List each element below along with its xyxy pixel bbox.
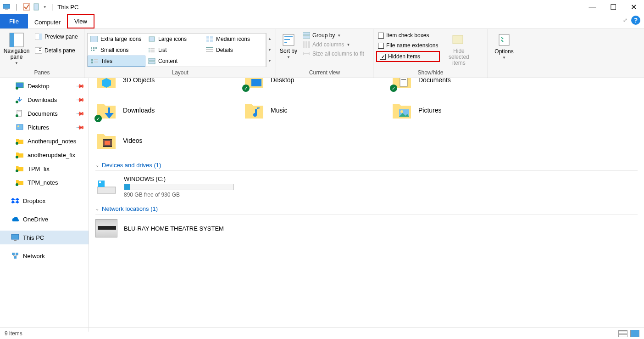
qat-dropdown[interactable]: ▼ — [43, 5, 47, 9]
sidebar-item-folder[interactable]: anotherupdate_fix — [0, 148, 89, 162]
size-columns-button[interactable]: Size all columns to fit — [301, 49, 366, 58]
help-icon[interactable]: ? — [631, 16, 640, 25]
sidebar-item-desktop[interactable]: Desktop📌 — [0, 79, 89, 93]
svg-rect-21 — [93, 50, 94, 51]
minimize-button[interactable]: — — [582, 0, 603, 14]
sidebar-item-folder[interactable]: Anotherupd_notes — [0, 134, 89, 148]
layout-up-button[interactable]: ▲ — [266, 33, 273, 44]
hide-selected-button[interactable]: Hide selected items — [443, 31, 475, 67]
bluray-device-icon — [95, 219, 117, 237]
preview-pane-button[interactable]: Preview pane — [33, 31, 80, 43]
network-tile-bluray[interactable]: BLU-RAY HOME THEATRE SYSTEM — [95, 219, 638, 237]
tile-label: BLU-RAY HOME THEATRE SYSTEM — [124, 225, 224, 232]
folder-icon — [16, 165, 24, 172]
layout-details[interactable]: Details — [203, 45, 261, 56]
svg-rect-24 — [149, 50, 150, 51]
sidebar-item-label: Dropbox — [23, 198, 45, 204]
svg-rect-47 — [499, 34, 509, 45]
svg-point-56 — [16, 142, 18, 145]
sidebar-item-this-pc[interactable]: This PC — [0, 231, 89, 244]
file-name-extensions-toggle[interactable]: File name extensions — [376, 41, 440, 50]
layout-small-icons[interactable]: Small icons — [88, 45, 145, 56]
svg-rect-12 — [149, 37, 155, 41]
preview-pane-icon — [35, 34, 42, 40]
sidebar-item-network[interactable]: Network — [0, 249, 89, 263]
svg-rect-9 — [39, 48, 41, 49]
properties-icon[interactable] — [33, 3, 40, 11]
dropbox-icon — [11, 197, 19, 204]
layout-tiles[interactable]: Tiles — [88, 56, 145, 67]
group-by-button[interactable]: Group by▼ — [301, 31, 366, 40]
sidebar-item-label: Documents — [28, 110, 58, 117]
layout-content[interactable]: Content — [145, 56, 203, 67]
tiles-view-toggle[interactable] — [630, 330, 639, 337]
sidebar-item-documents[interactable]: Documents📌 — [0, 107, 89, 120]
layout-label: Extra large icons — [100, 36, 141, 42]
svg-rect-42 — [303, 36, 310, 39]
checkbox-icon — [378, 33, 384, 39]
svg-point-55 — [17, 125, 19, 127]
folder-tile-downloads[interactable]: ✓ Downloads — [95, 96, 238, 124]
folder-tile-3d-objects[interactable]: 3D Objects — [95, 78, 238, 94]
folder-tile-videos[interactable]: Videos — [95, 127, 238, 154]
sidebar-item-folder[interactable]: TPM_notes — [0, 175, 89, 189]
options-button[interactable]: Options ▼ — [491, 31, 517, 60]
sort-by-icon — [281, 33, 296, 47]
svg-rect-40 — [284, 42, 287, 43]
details-pane-label: Details pane — [44, 47, 75, 54]
tab-computer[interactable]: Computer — [28, 16, 67, 28]
details-view-toggle[interactable] — [618, 330, 627, 337]
layout-extra-large-icons[interactable]: Extra large icons — [88, 34, 145, 45]
sidebar-item-label: This PC — [23, 234, 44, 241]
videos-folder-icon — [95, 130, 117, 152]
downloads-icon — [16, 96, 24, 103]
sync-badge-icon: ✓ — [390, 85, 397, 92]
svg-point-58 — [16, 170, 18, 172]
details-pane-button[interactable]: Details pane — [33, 45, 80, 56]
layout-more-button[interactable]: ▾ — [266, 55, 273, 66]
hide-selected-label: Hide selected items — [443, 48, 475, 67]
folder-tile-music[interactable]: Music — [243, 96, 385, 124]
maximize-button[interactable]: ☐ — [603, 0, 623, 14]
folder-icon — [16, 151, 24, 158]
layout-down-button[interactable]: ▼ — [266, 44, 273, 55]
drive-tile-c[interactable]: WINDOWS (C:) 890 GB free of 930 GB — [95, 175, 638, 198]
pin-icon: 📌 — [76, 95, 85, 105]
item-check-boxes-toggle[interactable]: Item check boxes — [376, 31, 440, 40]
close-button[interactable]: ✕ — [623, 0, 644, 14]
tab-file[interactable]: File — [0, 14, 28, 28]
svg-rect-20 — [91, 50, 92, 51]
size-columns-label: Size all columns to fit — [312, 51, 364, 57]
svg-rect-19 — [95, 47, 97, 49]
folder-tile-desktop[interactable]: ✓ Desktop — [243, 78, 385, 94]
sidebar-item-pictures[interactable]: Pictures📌 — [0, 120, 89, 134]
sidebar-item-dropbox[interactable]: Dropbox — [0, 194, 89, 208]
svg-rect-62 — [12, 253, 15, 255]
minimize-ribbon-icon[interactable]: ⤢ — [623, 17, 627, 23]
checkbox-icon[interactable] — [23, 3, 30, 11]
ribbon-group-options: Options ▼ — [488, 29, 520, 78]
svg-rect-29 — [206, 49, 213, 50]
hide-selected-icon — [451, 33, 466, 47]
layout-large-icons[interactable]: Large icons — [145, 34, 203, 45]
window-controls: — ☐ ✕ — [582, 0, 644, 14]
layout-list[interactable]: List — [145, 45, 203, 56]
hidden-items-toggle[interactable]: Hidden items — [378, 52, 438, 61]
svg-rect-44 — [305, 41, 307, 48]
layout-medium-icons[interactable]: Medium icons — [203, 34, 261, 45]
sidebar-item-downloads[interactable]: Downloads📌 — [0, 93, 89, 107]
section-network-locations[interactable]: ⌄Network locations (1) — [95, 203, 638, 215]
folder-tile-documents[interactable]: ✓ Documents — [391, 78, 533, 94]
folder-tile-pictures[interactable]: Pictures — [391, 96, 533, 124]
3d-objects-icon — [95, 78, 117, 91]
svg-rect-46 — [453, 35, 463, 44]
svg-rect-72 — [103, 146, 112, 147]
tab-view[interactable]: View — [67, 14, 94, 28]
navigation-pane-button[interactable]: Navigation pane ▼ — [3, 31, 30, 65]
sidebar-item-onedrive[interactable]: OneDrive — [0, 212, 89, 226]
add-columns-button[interactable]: Add columns▼ — [301, 40, 366, 49]
ribbon-group-layout: Extra large icons Large icons Medium ico… — [84, 29, 276, 78]
sort-by-button[interactable]: Sort by ▼ — [279, 31, 298, 59]
sidebar-item-folder[interactable]: TPM_fix — [0, 162, 89, 175]
section-devices-and-drives[interactable]: ⌄Devices and drives (1) — [95, 160, 638, 171]
